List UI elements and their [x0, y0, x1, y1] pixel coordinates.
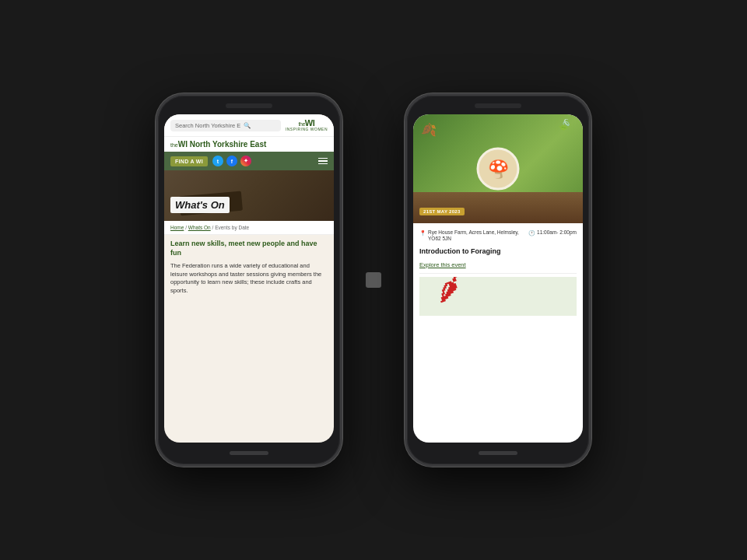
divider: [419, 273, 577, 274]
search-bar[interactable]: Search North Yorkshire E 🔍: [170, 120, 281, 131]
site-title-the: the: [170, 142, 178, 148]
site-title: theWI North Yorkshire East: [164, 137, 334, 152]
wi-header: Search North Yorkshire E 🔍 theWI INSPIRI…: [164, 114, 334, 137]
pin-icon: 📍: [419, 230, 426, 236]
hero-overlay: [164, 170, 334, 221]
search-text: Search North Yorkshire E: [175, 122, 240, 129]
hero-desk-bg: [164, 170, 334, 221]
page-headline: Learn new skills, meet new people and ha…: [170, 240, 328, 257]
mushroom-icon: 🍄: [488, 159, 509, 179]
find-wi-button[interactable]: FIND A WI: [170, 156, 208, 166]
location-text: Rye House Farm, Acres Lane, Helmsley, YO…: [428, 229, 525, 243]
hero-image: What's On: [164, 170, 334, 221]
mushroom-bowl: 🍄: [477, 148, 520, 191]
leaves-left: 🍂: [421, 122, 437, 137]
event-time: 🕐 11:00am- 2:00pm: [528, 229, 577, 243]
hamburger-menu[interactable]: [318, 158, 328, 165]
screen-right: 🍂 🍃 🍄 21ST MAY 2023 📍 Rye House Farm, Ac…: [413, 114, 583, 443]
logo-tagline: INSPIRING WOMEN: [286, 128, 328, 131]
time-text: 11:00am- 2:00pm: [537, 229, 577, 236]
event-details: 📍 Rye House Farm, Acres Lane, Helmsley, …: [413, 223, 583, 322]
explore-link[interactable]: Explore this event: [419, 261, 577, 268]
phone-right: 🍂 🍃 🍄 21ST MAY 2023 📍 Rye House Farm, Ac…: [405, 93, 591, 467]
phone-left: Search North Yorkshire E 🔍 theWI INSPIRI…: [156, 93, 342, 467]
breadcrumb-home[interactable]: Home: [170, 225, 184, 230]
whats-on-overlay: What's On: [170, 197, 230, 213]
wi-nav: FIND A WI t f ✦: [164, 152, 334, 170]
event-img-bg: 🍂 🍃 🍄: [413, 114, 583, 223]
instagram-icon[interactable]: ✦: [240, 156, 251, 166]
breadcrumb-whats-on[interactable]: Whats On: [188, 225, 211, 230]
facebook-icon[interactable]: f: [226, 156, 237, 166]
search-icon: 🔍: [244, 122, 251, 129]
main-scene: Search North Yorkshire E 🔍 theWI INSPIRI…: [156, 93, 591, 467]
twitter-icon[interactable]: t: [212, 156, 223, 166]
wi-logo: theWI INSPIRING WOMEN: [286, 119, 328, 131]
site-title-name: North Yorkshire East: [190, 140, 267, 149]
page-content: Learn new skills, meet new people and ha…: [164, 235, 334, 299]
event-location-time: 📍 Rye House Farm, Acres Lane, Helmsley, …: [419, 229, 577, 243]
breadcrumb: Home / Whats On / Events by Date: [164, 221, 334, 235]
event-image: 🍂 🍃 🍄 21ST MAY 2023: [413, 114, 583, 223]
chilli-icon: 🌶: [430, 277, 467, 308]
event-title: Introduction to Foraging: [419, 247, 577, 257]
clock-icon: 🕐: [528, 230, 535, 236]
social-icons: t f ✦: [212, 156, 251, 166]
page-body: The Federation runs a wide variety of ed…: [170, 262, 328, 295]
site-title-wi: WI: [178, 140, 188, 149]
phone-connector: [366, 272, 381, 288]
site-title-text: theWI North Yorkshire East: [170, 140, 266, 149]
whats-on-text: What's On: [175, 199, 225, 211]
event-location: 📍 Rye House Farm, Acres Lane, Helmsley, …: [419, 229, 525, 243]
event2-preview: 🌶: [419, 277, 577, 316]
logo-the: the: [299, 121, 305, 127]
breadcrumb-events: Events by Date: [215, 225, 249, 230]
leaves-right: 🍃: [556, 116, 573, 133]
date-badge: 21ST MAY 2023: [419, 208, 465, 215]
screen-left: Search North Yorkshire E 🔍 theWI INSPIRI…: [164, 114, 334, 443]
